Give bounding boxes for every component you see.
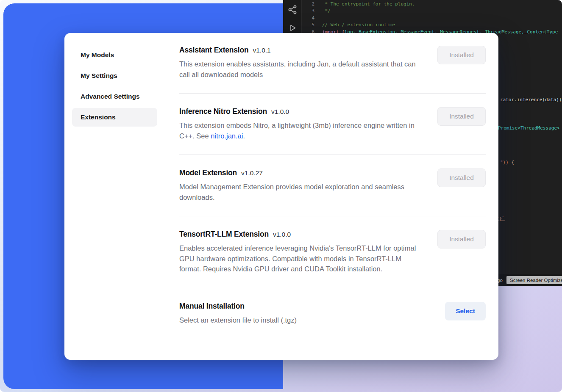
code-text: // Web / extension runtime — [314, 22, 395, 28]
extension-name: Inference Nitro Extension — [179, 107, 267, 116]
settings-modal: My Models My Settings Advanced Settings … — [64, 33, 498, 360]
screen-reader-chip[interactable]: Screen Reader Optimize — [506, 276, 562, 284]
extension-title-row: Assistant Extension v1.0.1 — [179, 46, 424, 55]
installed-button[interactable]: Installed — [437, 46, 486, 64]
line-number: 2 — [283, 1, 314, 8]
manual-installation-row: Manual Installation Select an extension … — [179, 288, 486, 339]
installed-button[interactable]: Installed — [437, 230, 486, 248]
extension-row-tensorrt: TensortRT-LLM Extension v1.0.0 Enables a… — [179, 216, 486, 288]
extension-name: TensortRT-LLM Extension — [179, 230, 269, 239]
code-line: 2 * The entrypoint for the plugin. — [283, 1, 562, 8]
code-fragment: Promise<ThreadMessage> — [498, 125, 560, 131]
extension-description: Model Management Extension provides mode… — [179, 182, 424, 202]
code-block: 2 * The entrypoint for the plugin. 3 */ … — [283, 1, 562, 36]
installed-button[interactable]: Installed — [437, 168, 486, 187]
extension-description: Enables accelerated inference leveraging… — [179, 243, 424, 274]
nitro-jan-ai-link[interactable]: nitro.jan.ai — [211, 132, 243, 140]
settings-sidebar: My Models My Settings Advanced Settings … — [64, 33, 165, 360]
code-line: 5 // Web / extension runtime — [283, 22, 562, 28]
description-text: . — [243, 132, 245, 140]
sidebar-item-label: Advanced Settings — [81, 93, 140, 100]
line-number: 4 — [283, 15, 314, 22]
extension-version: v1.0.0 — [271, 108, 289, 116]
code-fragment: rator.inference(data)); — [500, 97, 562, 102]
extension-version: v1.0.0 — [273, 231, 291, 238]
extension-title-row: Inference Nitro Extension v1.0.0 — [179, 107, 424, 116]
sidebar-item-label: Extensions — [81, 113, 116, 121]
extension-title-row: TensortRT-LLM Extension v1.0.0 — [179, 230, 424, 239]
extension-name: Model Extension — [179, 168, 237, 177]
code-text: * The entrypoint for the plugin. — [314, 1, 415, 8]
sidebar-item-my-models[interactable]: My Models — [72, 46, 157, 64]
extension-title-row: Manual Installation — [179, 302, 424, 311]
sidebar-item-label: My Models — [81, 51, 114, 59]
manual-installation-description: Select an extension file to install (.tg… — [179, 315, 424, 326]
code-line: 3 */ — [283, 8, 562, 14]
manual-installation-title: Manual Installation — [179, 302, 245, 311]
sidebar-item-my-settings[interactable]: My Settings — [72, 66, 157, 85]
extension-info: Manual Installation Select an extension … — [179, 302, 424, 326]
code-text — [314, 15, 322, 22]
line-number: 3 — [283, 8, 314, 14]
page: 2 * The entrypoint for the plugin. 3 */ … — [0, 0, 562, 392]
sidebar-item-extensions[interactable]: Extensions — [72, 108, 157, 127]
extension-row-nitro: Inference Nitro Extension v1.0.0 This ex… — [179, 94, 486, 155]
extension-row-assistant: Assistant Extension v1.0.1 This extensio… — [179, 46, 486, 94]
extension-row-model: Model Extension v1.0.27 Model Management… — [179, 155, 486, 216]
extension-version: v1.0.1 — [253, 47, 270, 54]
extension-description: This extension embeds Nitro, a lightweig… — [179, 120, 424, 141]
extension-info: Inference Nitro Extension v1.0.0 This ex… — [179, 107, 424, 141]
select-file-button[interactable]: Select — [445, 302, 486, 320]
extensions-panel: Assistant Extension v1.0.1 This extensio… — [165, 33, 498, 360]
sidebar-item-advanced-settings[interactable]: Advanced Settings — [72, 87, 157, 106]
line-number: 5 — [283, 22, 314, 28]
extension-title-row: Model Extension v1.0.27 — [179, 168, 424, 177]
extension-version: v1.0.27 — [241, 169, 263, 177]
extension-info: Model Extension v1.0.27 Model Management… — [179, 168, 424, 202]
code-text: */ — [314, 8, 331, 14]
sidebar-item-label: My Settings — [81, 72, 117, 80]
extension-info: Assistant Extension v1.0.1 This extensio… — [179, 46, 424, 80]
code-fragment: ")) { — [500, 160, 514, 165]
extension-description: This extension enables assistants, inclu… — [179, 59, 424, 80]
code-line: 4 — [283, 15, 562, 22]
installed-button[interactable]: Installed — [437, 107, 486, 126]
extension-info: TensortRT-LLM Extension v1.0.0 Enables a… — [179, 230, 424, 274]
extension-name: Assistant Extension — [179, 46, 248, 55]
